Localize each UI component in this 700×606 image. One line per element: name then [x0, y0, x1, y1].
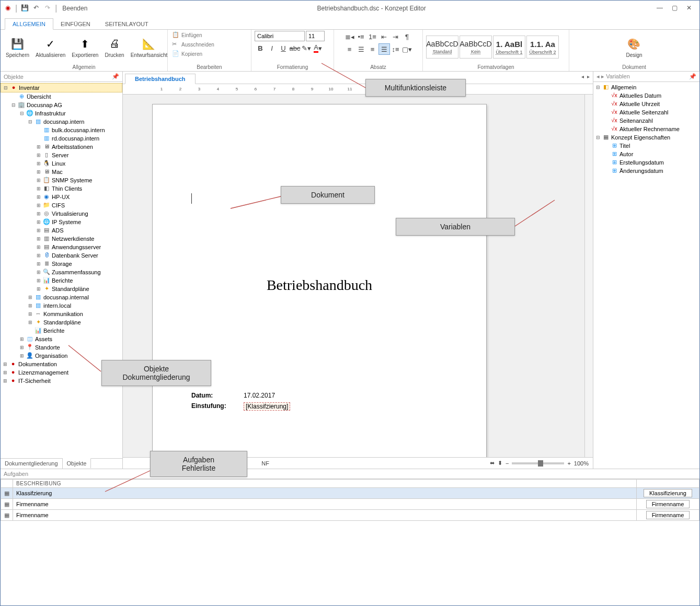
- expander-icon[interactable]: ⊞: [36, 228, 41, 233]
- align-justify-icon[interactable]: ☰: [378, 43, 390, 55]
- tree-item[interactable]: ⊞📍Standorte: [1, 343, 122, 352]
- task-row[interactable]: ▦FirmennameFirmenname: [1, 510, 699, 521]
- tree-item[interactable]: ⊞▯Server: [1, 151, 122, 159]
- tree-item[interactable]: ▥rd.docusnap.intern: [1, 134, 122, 143]
- zoom-in-icon[interactable]: +: [567, 460, 570, 467]
- tree-item[interactable]: ⊞▥docusnap.internal: [1, 293, 122, 301]
- tree-item[interactable]: ⊞●Dokumentation: [1, 360, 122, 368]
- kopieren-button[interactable]: 📄Kopieren: [171, 50, 203, 58]
- expander-icon[interactable]: ⊞: [3, 370, 8, 375]
- tree-item[interactable]: ⊟🏢Docusnap AG: [1, 101, 122, 109]
- redo-icon[interactable]: ↷: [43, 4, 52, 13]
- indent-left-icon[interactable]: ⇤: [378, 31, 390, 42]
- entwurfsansicht-button[interactable]: 📐Entwurfsansicht: [129, 36, 170, 59]
- expander-icon[interactable]: ⊟: [595, 85, 601, 90]
- left-tab-dokumentgliederung[interactable]: Dokumentgliederung: [1, 459, 63, 469]
- tab-prev-icon[interactable]: ◂: [581, 74, 584, 79]
- tree-item[interactable]: ⊞🛢Datenbank Server: [1, 251, 122, 260]
- tree-item[interactable]: ⊟🌐Infrastruktur: [1, 109, 122, 118]
- font-name-input[interactable]: [255, 31, 305, 41]
- tree-item[interactable]: ⊞🌐IP Systeme: [1, 218, 122, 226]
- undo-icon[interactable]: ↶: [32, 4, 40, 13]
- tree-item[interactable]: ⊞◉HP-UX: [1, 193, 122, 201]
- expander-icon[interactable]: ⊞: [36, 253, 41, 258]
- bullets-icon[interactable]: •≡: [355, 31, 367, 42]
- expander-icon[interactable]: ⊟: [19, 111, 25, 116]
- close-icon[interactable]: ✕: [685, 4, 693, 13]
- save-icon[interactable]: 💾: [20, 4, 29, 13]
- tree-item[interactable]: √xAktuelle Seitenzahl: [593, 108, 699, 116]
- zoom-out-icon[interactable]: −: [506, 460, 509, 467]
- task-action-button[interactable]: Firmenname: [646, 511, 690, 519]
- expander-icon[interactable]: ⊞: [36, 186, 41, 191]
- expander-icon[interactable]: ⊞: [36, 178, 41, 183]
- tree-item[interactable]: ⊕Übersicht: [1, 92, 122, 101]
- expander-icon[interactable]: ⊞: [36, 286, 41, 292]
- pin-icon[interactable]: 📌: [689, 73, 696, 80]
- tree-item[interactable]: ⊟◧Allgemein: [593, 83, 699, 91]
- expander-icon[interactable]: ⊞: [36, 153, 41, 158]
- exportieren-button[interactable]: ⬆Exportieren: [70, 36, 100, 59]
- tree-item[interactable]: ⊞▤Anwendungsserver: [1, 243, 122, 251]
- pin-icon[interactable]: 📌: [112, 73, 119, 80]
- expander-icon[interactable]: ⊞: [36, 169, 41, 174]
- document-tab[interactable]: Betriebshandbuch: [125, 74, 196, 84]
- tree-item[interactable]: ⊞🖥Arbeitsstationen: [1, 143, 122, 151]
- tree-item[interactable]: √xAktueller Rechnername: [593, 125, 699, 133]
- ribbon-tab-allgemein[interactable]: ALLGEMEIN: [5, 18, 53, 30]
- align-right-icon[interactable]: ≡: [367, 43, 378, 55]
- expander-icon[interactable]: ⊞: [36, 203, 41, 208]
- quit-button[interactable]: Beenden: [62, 5, 87, 12]
- tree-item[interactable]: √xSeitenanzahl: [593, 116, 699, 125]
- tree-item[interactable]: √xAktuelles Datum: [593, 91, 699, 100]
- tree-item[interactable]: ⊟▦Konzept Eigenschaften: [593, 133, 699, 142]
- tree-item[interactable]: ⊞◫Assets: [1, 335, 122, 343]
- expander-icon[interactable]: ⊞: [3, 362, 8, 367]
- expander-icon[interactable]: ⊞: [28, 320, 33, 325]
- style-überschrift-2[interactable]: 1.1. AaÜberschrift 2: [526, 36, 559, 59]
- fontcolor-icon[interactable]: A▾: [312, 42, 324, 54]
- style-kein[interactable]: AaBbCcDKein: [460, 36, 492, 59]
- tasks-header-description[interactable]: BESCHREIBUNG: [13, 480, 637, 488]
- tree-item[interactable]: ⊞●IT-Sicherheit: [1, 377, 122, 385]
- font-size-input[interactable]: [306, 31, 325, 41]
- tree-item[interactable]: ⊞Änderungsdatum: [593, 167, 699, 175]
- ribbon-tab-einfügen[interactable]: EINFÜGEN: [53, 19, 98, 29]
- tree-item[interactable]: ⊞👤Organisation: [1, 352, 122, 360]
- einfügen-button[interactable]: 📋Einfügen: [171, 31, 203, 39]
- bold-icon[interactable]: B: [255, 42, 266, 54]
- task-row[interactable]: ▦KlassifzierungKlassifizierung: [1, 488, 699, 499]
- tree-item[interactable]: 📊Berichte: [1, 327, 122, 335]
- aktualisieren-button[interactable]: ✓Aktualisieren: [33, 36, 67, 59]
- indent-right-icon[interactable]: ⇥: [390, 31, 401, 42]
- expander-icon[interactable]: ⊞: [19, 336, 25, 342]
- expander-icon[interactable]: ⊞: [28, 303, 33, 308]
- expander-icon[interactable]: ⊞: [36, 194, 41, 200]
- style-standard[interactable]: AaBbCcDStandard: [426, 36, 458, 59]
- expander-icon[interactable]: ⊞: [36, 261, 41, 266]
- tree-item[interactable]: ⊟▥docusnap.intern: [1, 118, 122, 126]
- strike-icon[interactable]: abc: [289, 42, 301, 54]
- tree-item[interactable]: ⊞▥Netzwerkdienste: [1, 235, 122, 243]
- outdent-icon[interactable]: ≣◂: [344, 31, 355, 42]
- tree-item[interactable]: ▥bulk.docusnap.intern: [1, 126, 122, 134]
- italic-icon[interactable]: I: [266, 42, 278, 54]
- left-tab-objekte[interactable]: Objekte: [63, 458, 91, 468]
- tree-item[interactable]: ⊞✦Standardpläne: [1, 285, 122, 293]
- vertical-scrollbar[interactable]: [584, 95, 593, 457]
- task-row[interactable]: ▦FirmennameFirmenname: [1, 499, 699, 510]
- task-action-button[interactable]: Klassifizierung: [644, 489, 692, 497]
- expander-icon[interactable]: ⊞: [36, 278, 41, 283]
- paragraph-icon[interactable]: ¶: [401, 31, 413, 42]
- speichern-button[interactable]: 💾Speichern: [4, 36, 31, 59]
- tree-item[interactable]: ⊞●Lizenzmanagement: [1, 368, 122, 377]
- tree-item[interactable]: ⊟●Inventar: [1, 83, 122, 92]
- tree-item[interactable]: ⊞🖥Mac: [1, 168, 122, 176]
- expander-icon[interactable]: ⊞: [36, 144, 41, 149]
- tree-item[interactable]: ⊞🐧Linux: [1, 159, 122, 168]
- tab-next-icon[interactable]: ▸: [587, 74, 590, 79]
- design-button[interactable]: 🎨 Design: [624, 36, 644, 59]
- expander-icon[interactable]: ⊞: [36, 211, 41, 216]
- expander-icon[interactable]: ⊞: [36, 244, 41, 250]
- tree-item[interactable]: ⊞Erstellungsdatum: [593, 158, 699, 167]
